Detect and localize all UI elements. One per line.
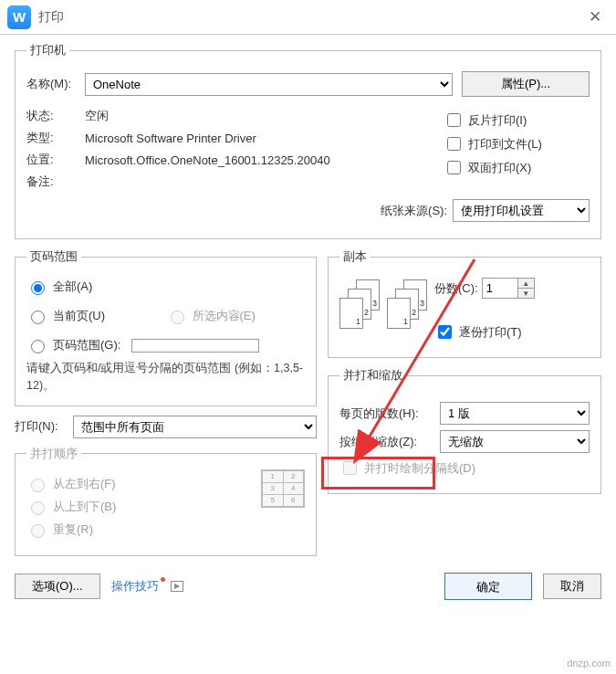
tips-link[interactable]: 操作技巧 ▶ bbox=[111, 578, 183, 595]
type-label: 类型: bbox=[26, 130, 85, 146]
range-all-label: 全部(A) bbox=[53, 279, 92, 295]
app-icon: W bbox=[7, 5, 31, 29]
scale-select[interactable]: 无缩放 bbox=[440, 430, 590, 453]
zoom-legend: 并打和缩放 bbox=[339, 367, 406, 384]
printer-group: 打印机 名称(M): OneNote 属性(P)... 状态: 空闲 类型: M… bbox=[15, 42, 601, 239]
nup-ltr-input bbox=[31, 479, 45, 492]
ok-button[interactable]: 确定 bbox=[444, 573, 532, 600]
sep-label: 并打时绘制分隔线(D) bbox=[364, 460, 475, 477]
pps-label: 每页的版数(H): bbox=[339, 405, 440, 422]
nup-ttb-radio: 从上到下(B) bbox=[26, 499, 261, 515]
nup-ttb-input bbox=[31, 501, 45, 515]
copies-legend: 副本 bbox=[339, 248, 371, 265]
tofile-label: 打印到文件(L) bbox=[468, 136, 542, 153]
range-legend: 页码范围 bbox=[26, 248, 81, 265]
spinner-up-icon[interactable]: ▲ bbox=[518, 279, 534, 289]
range-all-input[interactable] bbox=[31, 281, 45, 295]
duplex-checkbox[interactable]: 双面打印(X) bbox=[444, 158, 590, 177]
play-icon: ▶ bbox=[171, 581, 183, 592]
range-pages-radio[interactable]: 页码范围(G): bbox=[26, 337, 305, 353]
copies-label: 份数(C): bbox=[434, 280, 478, 297]
tofile-checkbox-input[interactable] bbox=[447, 137, 461, 151]
range-current-radio[interactable]: 当前页(U) bbox=[26, 308, 166, 324]
collate-label: 逐份打印(T) bbox=[459, 324, 522, 341]
options-button[interactable]: 选项(O)... bbox=[15, 574, 100, 599]
nup-preview-icon: 123456 bbox=[261, 469, 305, 508]
range-pages-field[interactable] bbox=[131, 339, 259, 353]
window-title: 打印 bbox=[38, 9, 583, 26]
mirror-checkbox[interactable]: 反片打印(I) bbox=[444, 111, 590, 130]
range-pages-label: 页码范围(G): bbox=[53, 337, 120, 353]
scale-label: 按纸型缩放(Z): bbox=[339, 434, 440, 450]
collate-icon: 321 321 bbox=[339, 272, 427, 336]
nup-ltr-label: 从左到右(F) bbox=[53, 476, 116, 492]
range-selection-label: 所选内容(E) bbox=[193, 308, 256, 324]
range-all-radio[interactable]: 全部(A) bbox=[26, 279, 305, 295]
type-value: Microsoft Software Printer Driver bbox=[85, 132, 256, 145]
duplex-checkbox-input[interactable] bbox=[447, 161, 461, 174]
cancel-button[interactable]: 取消 bbox=[543, 574, 601, 599]
paper-source-label: 纸张来源(S): bbox=[381, 203, 447, 219]
printer-name-label: 名称(M): bbox=[26, 76, 85, 92]
copies-input[interactable] bbox=[482, 278, 518, 299]
pps-select[interactable]: 1 版 bbox=[440, 402, 590, 425]
nup-legend: 并打顺序 bbox=[26, 446, 81, 462]
range-current-input[interactable] bbox=[31, 311, 45, 324]
printer-name-select[interactable]: OneNote bbox=[85, 73, 453, 96]
status-value: 空闲 bbox=[85, 108, 109, 124]
copies-group: 副本 321 321 份数(C): bbox=[328, 248, 601, 358]
printer-legend: 打印机 bbox=[26, 42, 69, 58]
nup-ttb-label: 从上到下(B) bbox=[53, 499, 116, 515]
range-selection-input bbox=[171, 311, 184, 324]
sep-checkbox-input bbox=[343, 461, 357, 475]
mirror-label: 反片打印(I) bbox=[468, 112, 527, 129]
range-current-label: 当前页(U) bbox=[53, 308, 105, 324]
spinner-down-icon[interactable]: ▼ bbox=[518, 289, 534, 298]
copies-spinner[interactable]: ▲ ▼ bbox=[482, 278, 535, 299]
close-icon[interactable]: ✕ bbox=[583, 4, 607, 30]
collate-checkbox-input[interactable] bbox=[438, 325, 452, 339]
mirror-checkbox-input[interactable] bbox=[447, 113, 461, 127]
nup-repeat-label: 重复(R) bbox=[53, 521, 93, 538]
nup-ltr-radio: 从左到右(F) bbox=[26, 476, 261, 492]
collate-checkbox[interactable]: 逐份打印(T) bbox=[434, 322, 590, 342]
zoom-group: 并打和缩放 每页的版数(H): 1 版 按纸型缩放(Z): 无缩放 并打时绘制分… bbox=[328, 367, 601, 494]
tips-dot-icon bbox=[161, 577, 165, 582]
nup-repeat-radio: 重复(R) bbox=[26, 521, 261, 538]
range-selection-radio: 所选内容(E) bbox=[166, 308, 306, 324]
nup-order-group: 并打顺序 从左到右(F) 从上到下(B) 重复(R) bbox=[15, 446, 317, 556]
location-label: 位置: bbox=[26, 152, 85, 168]
status-label: 状态: bbox=[26, 108, 85, 124]
properties-button[interactable]: 属性(P)... bbox=[462, 71, 590, 97]
range-group: 页码范围 全部(A) 当前页(U) 所选内容(E) bbox=[15, 248, 317, 406]
sep-checkbox: 并打时绘制分隔线(D) bbox=[339, 458, 590, 478]
duplex-label: 双面打印(X) bbox=[468, 160, 531, 176]
watermark: dnzp.com bbox=[567, 658, 611, 669]
remark-label: 备注: bbox=[26, 174, 85, 190]
nup-repeat-input bbox=[31, 524, 45, 538]
print-what-select[interactable]: 范围中所有页面 bbox=[73, 416, 317, 438]
paper-source-select[interactable]: 使用打印机设置 bbox=[453, 199, 590, 222]
range-hint: 请键入页码和/或用逗号分隔的页码范围 (例如：1,3,5-12)。 bbox=[26, 360, 305, 395]
print-what-label: 打印(N): bbox=[15, 418, 73, 435]
tofile-checkbox[interactable]: 打印到文件(L) bbox=[444, 134, 590, 153]
location-value: Microsoft.Office.OneNote_16001.12325.200… bbox=[85, 153, 386, 167]
tips-label: 操作技巧 bbox=[111, 578, 159, 595]
range-pages-input[interactable] bbox=[31, 340, 45, 353]
